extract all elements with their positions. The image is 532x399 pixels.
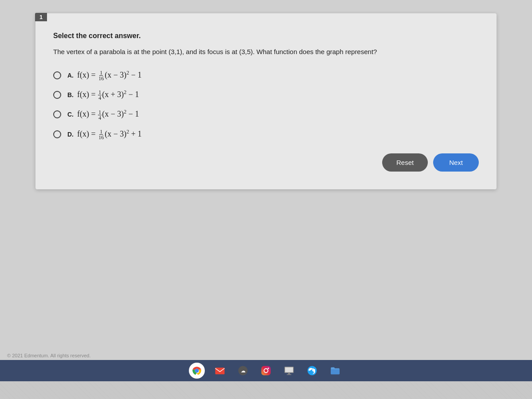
option-d[interactable]: D. f(x) = 116(x − 3)2 + 1 — [53, 129, 479, 140]
option-a[interactable]: A. f(x) = 116(x − 3)2 − 1 — [53, 70, 479, 81]
screen-icon[interactable] — [281, 363, 297, 379]
question-text: The vertex of a parabola is at the point… — [53, 47, 479, 57]
screen: 1 Select the correct answer. The vertex … — [0, 0, 532, 381]
svg-rect-11 — [288, 373, 290, 374]
svg-point-8 — [268, 368, 269, 369]
svg-text:☁: ☁ — [241, 368, 246, 373]
option-a-formula: f(x) = 116(x − 3)2 − 1 — [77, 70, 141, 81]
question-instruction: Select the correct answer. — [53, 32, 479, 40]
svg-rect-3 — [215, 368, 225, 374]
svg-rect-12 — [287, 374, 292, 375]
option-b[interactable]: B. f(x) = 14(x + 3)2 − 1 — [53, 89, 479, 101]
option-a-label: A. — [67, 72, 74, 79]
taskbar-center: ☁ — [189, 363, 343, 379]
option-c-formula: f(x) = 14(x − 3)2 − 1 — [77, 109, 139, 120]
svg-point-2 — [195, 369, 199, 372]
buttons-row: Reset Next — [53, 153, 479, 172]
bird-icon[interactable] — [304, 363, 320, 379]
option-b-formula: f(x) = 14(x + 3)2 − 1 — [77, 89, 139, 101]
taskbar: ☁ — [0, 360, 532, 381]
svg-rect-10 — [285, 368, 293, 372]
radio-c[interactable] — [53, 110, 61, 118]
option-c-label: C. — [67, 111, 74, 118]
drive-icon[interactable]: ☁ — [235, 363, 251, 379]
option-b-label: B. — [67, 91, 74, 98]
options-list: A. f(x) = 116(x − 3)2 − 1 B. f(x) = 14(x… — [53, 70, 479, 141]
question-number: 1 — [35, 13, 47, 21]
folder-icon[interactable] — [327, 363, 343, 379]
svg-rect-6 — [262, 366, 271, 376]
footer-copyright: © 2021 Edmentum. All rights reserved. — [7, 353, 90, 358]
radio-a[interactable] — [53, 71, 61, 79]
option-d-formula: f(x) = 116(x − 3)2 + 1 — [77, 129, 141, 140]
radio-b[interactable] — [53, 91, 61, 99]
chrome-icon[interactable] — [189, 363, 205, 379]
option-c[interactable]: C. f(x) = 14(x − 3)2 − 1 — [53, 109, 479, 120]
option-d-label: D. — [67, 131, 74, 138]
reset-button[interactable]: Reset — [382, 153, 428, 172]
instagram-icon[interactable] — [258, 363, 274, 379]
next-button[interactable]: Next — [433, 153, 479, 172]
radio-d[interactable] — [53, 130, 61, 138]
mail-icon[interactable] — [212, 363, 228, 379]
question-card: 1 Select the correct answer. The vertex … — [35, 13, 497, 189]
